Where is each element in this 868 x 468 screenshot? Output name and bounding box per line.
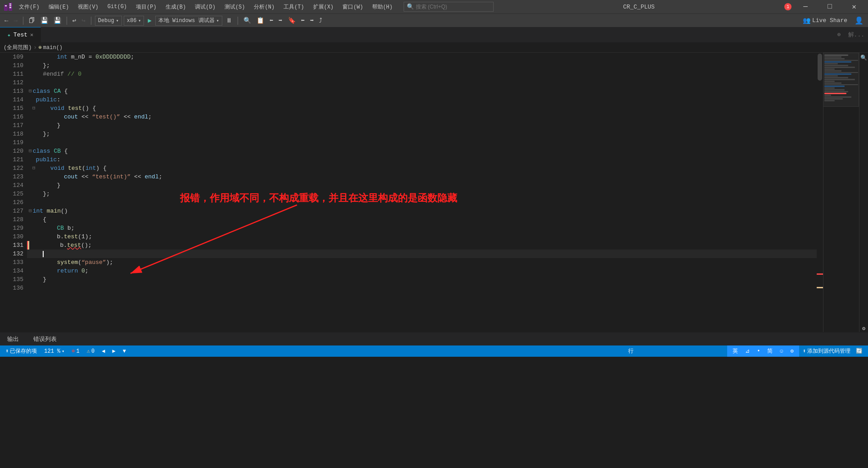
output-tab[interactable]: 输出: [4, 333, 22, 345]
line-132: 132: [0, 250, 23, 258]
ime-button[interactable]: ⊿: [743, 348, 751, 354]
save-button[interactable]: 💾: [39, 16, 50, 25]
toolbar-btn1[interactable]: ⏸: [224, 16, 234, 25]
tab-test[interactable]: ✦ Test ✕: [0, 27, 41, 42]
redo-button[interactable]: ↪: [80, 16, 87, 25]
profile-button[interactable]: 👤: [853, 15, 865, 26]
code-line-132[interactable]: [27, 250, 817, 258]
menu-extensions[interactable]: 扩展(X): [310, 2, 337, 12]
forward-button[interactable]: →: [12, 16, 19, 25]
debug-config-dropdown[interactable]: Debug ▾: [95, 16, 122, 26]
live-share-icon: 👥: [803, 17, 810, 24]
run-button[interactable]: ▶: [146, 16, 153, 25]
title-bar: 文件(F) 编辑(E) 视图(V) Git(G) 项目(P) 生成(B) 调试(…: [0, 0, 868, 14]
settings-sidebar-icon[interactable]: ⚙: [862, 325, 865, 332]
search-sidebar-icon[interactable]: 🔍: [860, 55, 867, 61]
line-109: 109: [0, 53, 23, 61]
minimize-button[interactable]: —: [795, 0, 816, 14]
lang-button[interactable]: 英: [731, 347, 740, 355]
code-line-117: }: [27, 121, 817, 130]
line-col-indicator[interactable]: 行: [626, 347, 635, 355]
code-editor[interactable]: int m_nD = 0xDDDDDDDD; }; #endif // 0 ⊟c…: [27, 53, 817, 332]
code-line-121: public:: [27, 155, 817, 164]
function-icon: ⊕: [39, 44, 42, 51]
save-all-button[interactable]: 💾: [52, 16, 63, 25]
line-134: 134: [0, 267, 23, 275]
add-source-control[interactable]: ⬆ 添加到源代码管理: [801, 347, 852, 355]
menu-view[interactable]: 视图(V): [75, 2, 101, 12]
new-file-button[interactable]: 🗍: [27, 16, 37, 25]
line-136: 136: [0, 284, 23, 292]
source-control-status[interactable]: ⬆ 已保存的项: [4, 347, 39, 355]
minimap: [823, 53, 859, 332]
scope-global[interactable]: (全局范围): [4, 44, 31, 51]
editor-right-actions: 🔍 ⚙: [859, 53, 868, 332]
toolbar-btn8[interactable]: ➡: [308, 16, 315, 25]
code-line-123: cout << “test(int)” << endl;: [27, 173, 817, 181]
warning-count[interactable]: ⚠ 0: [85, 348, 96, 354]
line-115: 115: [0, 104, 23, 113]
live-share-button[interactable]: 👥 Live Share: [799, 16, 851, 25]
menu-help[interactable]: 帮助(H): [369, 2, 396, 12]
toolbar-btn3[interactable]: 📋: [255, 16, 266, 25]
run-config-dropdown[interactable]: 本地 Windows 调试器 ▾: [155, 16, 222, 26]
error-count[interactable]: ⊗ 1: [70, 348, 81, 354]
line-118: 118: [0, 130, 23, 138]
menu-analyze[interactable]: 分析(N): [251, 2, 277, 12]
close-button[interactable]: ✕: [844, 0, 864, 14]
toolbar-btn4[interactable]: ⬅: [268, 16, 275, 25]
maximize-button[interactable]: □: [819, 0, 840, 14]
settings-button[interactable]: ⚙: [789, 348, 796, 354]
simplified-button[interactable]: 简: [765, 347, 774, 355]
toolbar-btn7[interactable]: ⬅: [299, 16, 306, 25]
platform-dropdown[interactable]: x86 ▾: [124, 16, 144, 26]
menu-project[interactable]: 项目(P): [133, 2, 159, 12]
menu-window[interactable]: 窗口(W): [340, 2, 366, 12]
code-line-110: };: [27, 61, 817, 70]
scope-function[interactable]: ⊕ main(): [39, 44, 63, 51]
toolbar-btn2[interactable]: 🔍: [242, 16, 253, 25]
code-line-115: ⊟ void test() {: [27, 104, 817, 113]
menu-tools[interactable]: 工具(T): [281, 2, 307, 12]
back-button[interactable]: ←: [3, 16, 10, 25]
dot-button[interactable]: •: [755, 348, 762, 354]
line-129: 129: [0, 224, 23, 232]
toolbar-btn5[interactable]: ➡: [277, 16, 284, 25]
menu-build[interactable]: 生成(B): [163, 2, 189, 12]
menu-test[interactable]: 测试(S): [222, 2, 248, 12]
vertical-scrollbar[interactable]: [817, 53, 823, 332]
line-124: 124: [0, 181, 23, 190]
line-123: 123: [0, 173, 23, 181]
svg-rect-4: [9, 5, 11, 6]
sync-icon-button[interactable]: 🔄: [854, 348, 864, 354]
code-line-129: CB b;: [27, 224, 817, 232]
menu-git[interactable]: Git(G): [105, 3, 130, 11]
line-119: 119: [0, 138, 23, 147]
code-line-112: [27, 78, 817, 87]
toolbar-btn6[interactable]: 🔖: [286, 16, 297, 25]
menu-edit[interactable]: 编辑(E): [46, 2, 72, 12]
next-error-button[interactable]: ▶: [110, 348, 117, 354]
prev-error-button[interactable]: ◀: [100, 348, 107, 354]
line-130: 130: [0, 232, 23, 241]
line-110: 110: [0, 61, 23, 70]
menu-file[interactable]: 文件(F): [16, 2, 42, 12]
emoji-button[interactable]: ☺: [778, 348, 785, 354]
code-line-130: b.test(1);: [27, 232, 817, 241]
line-127: 127: [0, 207, 23, 215]
menu-debug[interactable]: 调试(D): [192, 2, 218, 12]
code-line-119: [27, 138, 817, 147]
error-list-tab[interactable]: 错误列表: [30, 333, 60, 345]
split-editor-button[interactable]: ⊕: [834, 27, 845, 42]
line-131: 131: [0, 241, 23, 250]
code-line-116: cout << “test()” << endl;: [27, 113, 817, 121]
tab-close-button[interactable]: ✕: [30, 32, 33, 38]
notification-badge[interactable]: 1: [784, 3, 792, 10]
zoom-level[interactable]: 121 % ▾: [42, 348, 66, 354]
title-search-input[interactable]: [416, 4, 479, 10]
toolbar-btn9[interactable]: ⤴: [317, 16, 324, 25]
code-line-128: {: [27, 215, 817, 224]
close-tab-button[interactable]: 解...: [845, 27, 868, 42]
undo-button[interactable]: ↩: [71, 16, 78, 25]
status-btn[interactable]: ▼: [121, 348, 128, 354]
